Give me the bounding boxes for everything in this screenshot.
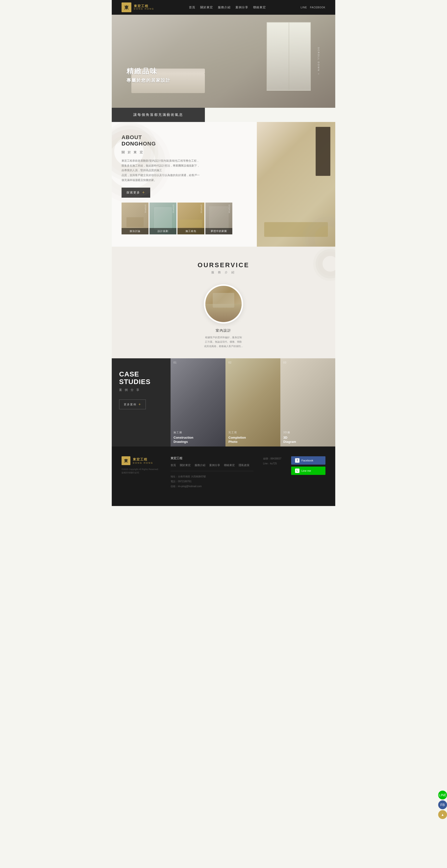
hero-tagline-sub: 專屬於您的居家設計 xyxy=(126,78,171,83)
nav-cases[interactable]: 案例分享 xyxy=(236,5,248,9)
about-section: ABOUT DONGHONG 關 於 東 宏 東宏工程承前老屋翻新/室內設計/室… xyxy=(112,122,335,247)
footer: 東 東宏工程 DONG HONG ©2023 Copyright All Rig… xyxy=(112,446,335,506)
footer-nav-contact[interactable]: 聯絡東宏 xyxy=(224,463,235,467)
logo-en: DONG HONG xyxy=(134,8,154,10)
nav-facebook[interactable]: FACEBOOK xyxy=(310,6,325,9)
case-title-en: CASE STUDIES xyxy=(119,371,163,386)
footer-phone: 電話：0972180761 xyxy=(171,479,254,484)
footer-contact: 地址：台南市南區 大四南路63號 電話：0972180761 信箱：im-pin… xyxy=(171,474,254,489)
step-2-num: STEP02 xyxy=(172,205,175,213)
case-num-2: 02 xyxy=(229,361,232,364)
hero-tagline-main: 精緻品味 xyxy=(126,67,171,76)
case-images: 01 施工圖 ConstructionDrawings 02 完工照 Compl… xyxy=(171,358,335,446)
scroll-down: SCROLL DOWN xyxy=(317,47,320,75)
case-label-zh-1: 施工圖 xyxy=(174,431,182,434)
logo: 東 東宏工程 DONG HONG xyxy=(122,2,154,12)
step-2-image: STEP02 設計規劃 xyxy=(149,203,176,235)
case-label-zh-3: 3D圖 xyxy=(283,431,290,434)
case-more-button[interactable]: 更多案例 + xyxy=(119,400,146,409)
footer-logo: 東 東宏工程 DONG HONG xyxy=(122,456,161,465)
footer-logo-icon: 東 xyxy=(122,456,130,465)
case-label-en-2: CompletionPhoto xyxy=(229,436,246,444)
step-1-num: STEP01 xyxy=(144,205,147,213)
about-title-zh: 關 於 東 宏 xyxy=(122,150,247,155)
service-card: 室內設計 根據客戶的需求和偏好，量身定制 訂方案。無論這現代、優雅、簡歡 或其他… xyxy=(204,284,243,348)
step-4-label: 夢想中的家園 xyxy=(205,228,232,235)
case-label-zh-2: 完工照 xyxy=(229,431,237,434)
footer-logo-en: DONG HONG xyxy=(133,462,153,464)
footer-address: 地址：台南市南區 大四南路63號 xyxy=(171,474,254,479)
about-right xyxy=(257,122,335,247)
footer-company-name: 東宏工程 xyxy=(171,456,254,461)
step-images: STEP01 接洽討論 STEP02 設計規劃 STEP03 施工統包 STEP… xyxy=(122,203,247,235)
step-1-label: 接洽討論 xyxy=(122,228,149,235)
case-item-1[interactable]: 01 施工圖 ConstructionDrawings xyxy=(171,358,226,446)
footer-line-label: Line me xyxy=(301,469,311,472)
footer-nav-about[interactable]: 關於東宏 xyxy=(180,463,191,467)
footer-nav-privacy[interactable]: 隱私政策 xyxy=(239,463,249,467)
navbar: 東 東宏工程 DONG HONG 首頁 關於東宏 服務介紹 案例分享 聯絡東宏 … xyxy=(112,0,335,15)
case-item-3[interactable]: 03 3D圖 3DDiagram xyxy=(280,358,335,446)
about-left: ABOUT DONGHONG 關 於 東 宏 東宏工程承前老屋翻新/室內設計/室… xyxy=(112,122,257,247)
nav-about[interactable]: 關於東宏 xyxy=(200,5,213,9)
footer-fb-label: Facebook xyxy=(301,459,313,462)
service-name: 室內設計 xyxy=(204,329,243,333)
nav-services[interactable]: 服務介紹 xyxy=(218,5,231,9)
case-left: CASE STUDIES 案 例 分 享 更多案例 + xyxy=(112,358,171,446)
hero-text: 精緻品味 專屬於您的居家設計 xyxy=(126,67,171,83)
step-1-image: STEP01 接洽討論 xyxy=(122,203,149,235)
navbar-social: LINE FACEBOOK xyxy=(301,6,325,9)
step-2-label: 設計規劃 xyxy=(149,228,176,235)
main-nav: 首頁 關於東宏 服務介紹 案例分享 聯絡東宏 xyxy=(189,5,266,9)
footer-nav-home[interactable]: 首頁 xyxy=(171,463,176,467)
footer-social-section: f Facebook L Line me xyxy=(291,456,325,475)
footer-facebook-button[interactable]: f Facebook xyxy=(291,456,325,465)
step-4-num: STEP04 xyxy=(228,205,230,213)
case-title-zh: 案 例 分 享 xyxy=(119,388,163,392)
footer-line-button[interactable]: L Line me xyxy=(291,467,325,475)
footer-logo-wrap: 東 東宏工程 DONG HONG ©2023 Copyright All Rig… xyxy=(122,456,161,475)
hero-window xyxy=(267,22,311,91)
footer-copyright: ©2023 Copyright All Rights Reserved. 版權所… xyxy=(122,468,161,475)
case-item-2[interactable]: 02 完工照 CompletionPhoto xyxy=(226,358,280,446)
case-label-en-3: 3DDiagram xyxy=(283,436,296,444)
footer-nav-services[interactable]: 服務介紹 xyxy=(195,463,205,467)
logo-icon: 東 xyxy=(122,2,131,12)
explore-more-button[interactable]: 探索更多 + xyxy=(122,188,150,198)
hero-section: 精緻品味 專屬於您的居家設計 SCROLL DOWN xyxy=(112,15,335,108)
case-section: CASE STUDIES 案 例 分 享 更多案例 + 01 施工圖 Const… xyxy=(112,358,335,446)
nav-line[interactable]: LINE xyxy=(301,6,307,9)
step-4-image: STEP04 夢想中的家園 xyxy=(205,203,232,235)
case-label-en-1: ConstructionDrawings xyxy=(174,436,193,444)
service-section: OURSERVICE 服 務 介 紹 室內設計 根據客戶的需求和偏好，量身定制 … xyxy=(112,247,335,358)
logo-zh: 東宏工程 xyxy=(134,4,154,8)
footer-email: 信箱：im-ping@hotmail.com xyxy=(171,484,254,489)
footer-contact-right: 線聯：88438837 Line：ku725 xyxy=(263,456,281,466)
footer-line-id: Line：ku725 xyxy=(263,461,281,466)
plus-icon: + xyxy=(142,190,145,195)
about-title-en: ABOUT DONGHONG xyxy=(122,134,247,147)
nav-home[interactable]: 首頁 xyxy=(189,5,195,9)
footer-nav-cases[interactable]: 案例分享 xyxy=(209,463,220,467)
fb-icon: f xyxy=(295,458,299,463)
service-title-en: OURSERVICE xyxy=(122,261,325,269)
footer-contact-phone2: 線聯：88438837 xyxy=(263,456,281,461)
step-3-num: STEP03 xyxy=(200,205,202,213)
tagline-text: 讓每個角落都充滿藝術氣息 xyxy=(133,113,183,117)
case-num-3: 03 xyxy=(283,361,287,364)
service-desc: 根據客戶的需求和偏好，量身定制 訂方案。無論這現代、優雅、簡歡 或其他風格，都會… xyxy=(204,335,243,348)
nav-contact[interactable]: 聯絡東宏 xyxy=(253,5,266,9)
step-3-image: STEP03 施工統包 xyxy=(177,203,204,235)
footer-nav-section: 東宏工程 首頁 關於東宏 服務介紹 案例分享 聯絡東宏 隱私政策 地址：台南市南… xyxy=(171,456,254,489)
service-subtitle: 服 務 介 紹 xyxy=(122,270,325,275)
step-3-label: 施工統包 xyxy=(177,228,204,235)
service-circle-image xyxy=(204,284,243,323)
case-more-label: 更多案例 xyxy=(124,403,137,406)
footer-top: 東 東宏工程 DONG HONG ©2023 Copyright All Rig… xyxy=(122,456,325,489)
svg-text:東: 東 xyxy=(124,459,128,463)
line-icon: L xyxy=(295,468,299,473)
case-plus-icon: + xyxy=(139,402,141,407)
footer-logo-zh: 東宏工程 xyxy=(133,457,153,462)
about-desc: 東宏工程承前老屋翻新/室內設計/室內裝潢/統包工程等整合工程， 匯集多名施工班組… xyxy=(122,158,200,183)
tagline-banner: 讓每個角落都充滿藝術氣息 xyxy=(112,108,205,122)
